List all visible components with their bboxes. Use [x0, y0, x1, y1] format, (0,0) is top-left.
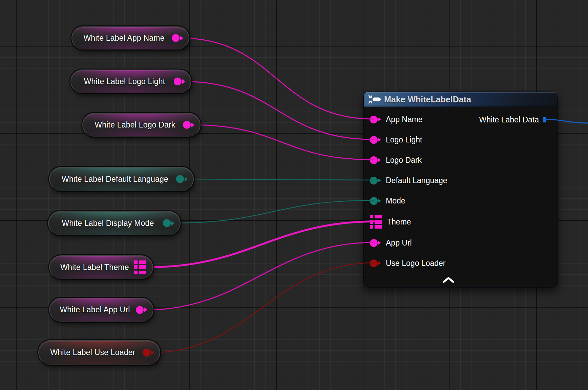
wire-enum-3[interactable]: [186, 179, 374, 180]
input-pin-label: Default Language: [386, 176, 447, 185]
variable-getter-node[interactable]: White Label Theme: [49, 255, 153, 279]
variable-getter-node[interactable]: White Label App Url: [49, 298, 153, 322]
variable-getter-node[interactable]: White Label Display Mode: [48, 211, 181, 235]
variable-getter-node[interactable]: White Label Use Loader: [38, 340, 160, 365]
wire-string-1[interactable]: [182, 81, 374, 139]
string-pin-icon[interactable]: [183, 121, 194, 129]
getter-label: White Label Logo Light: [79, 77, 184, 86]
variable-getter-node[interactable]: White Label App Name: [71, 26, 189, 50]
enum-pin-icon[interactable]: [163, 219, 174, 227]
blueprint-graph-canvas[interactable]: Make WhiteLabelData App NameLogo LightLo…: [0, 0, 588, 390]
input-pin-label: App Url: [386, 238, 412, 248]
output-pin-label: White Label Data: [479, 115, 539, 124]
collapse-chevron-icon[interactable]: [442, 276, 455, 284]
wire-bool-7[interactable]: [151, 263, 374, 353]
wire-string-6[interactable]: [145, 242, 374, 310]
wire-struct-5[interactable]: [148, 221, 375, 267]
variable-getter-node[interactable]: White Label Logo Light: [70, 70, 191, 93]
input-pin-label: Mode: [386, 196, 405, 206]
getter-label: White Label App Name: [78, 34, 183, 43]
string-pin-icon[interactable]: [174, 78, 185, 85]
bool-pin-icon[interactable]: [143, 349, 154, 356]
getter-label: White Label Display Mode: [57, 219, 172, 228]
wire-string-2[interactable]: [190, 125, 374, 160]
input-pin-label: Logo Light: [386, 135, 422, 144]
variable-getter-node[interactable]: White Label Logo Dark: [82, 113, 201, 137]
node-header[interactable]: Make WhiteLabelData: [364, 92, 558, 107]
getter-label: White Label Logo Dark: [89, 120, 193, 130]
make-struct-icon: [368, 95, 381, 104]
getter-label: White Label App Url: [54, 305, 148, 314]
input-pin-label: Logo Dark: [386, 156, 422, 165]
getter-label: White Label Use Loader: [45, 348, 153, 357]
input-pin-label: App Name: [386, 115, 423, 124]
input-pin-label: Use Logo Loader: [386, 259, 445, 268]
string-pin-icon[interactable]: [172, 34, 183, 42]
variable-getter-node[interactable]: White Label Default Language: [49, 167, 194, 191]
struct-pin-icon[interactable]: [134, 260, 146, 274]
node-title: Make WhiteLabelData: [384, 95, 471, 104]
enum-pin-icon[interactable]: [176, 175, 188, 183]
string-pin-icon[interactable]: [136, 306, 147, 314]
input-pin-label: Theme: [387, 217, 411, 227]
make-whitelabeldata-node[interactable]: Make WhiteLabelData App NameLogo LightLo…: [363, 92, 558, 288]
getter-label: White Label Theme: [55, 263, 147, 272]
wire-string-0[interactable]: [180, 38, 374, 119]
getter-label: White Label Default Language: [56, 175, 187, 184]
wire-enum-4[interactable]: [171, 200, 374, 223]
